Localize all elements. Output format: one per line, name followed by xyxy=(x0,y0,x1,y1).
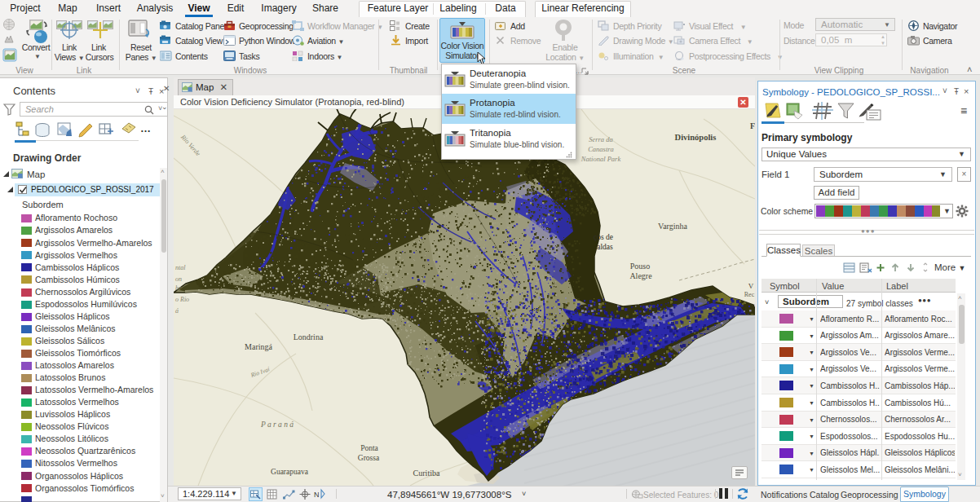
svg-text:Alegre: Alegre xyxy=(629,271,652,280)
svg-text:Londrina: Londrina xyxy=(294,332,324,341)
svg-text:aldas: aldas xyxy=(597,243,613,251)
svg-text:o Rio: o Rio xyxy=(175,296,189,303)
svg-text:Varginha: Varginha xyxy=(658,222,687,231)
svg-text:on: on xyxy=(175,275,182,283)
svg-text:Divinópolis: Divinópolis xyxy=(675,133,717,142)
svg-text:F: F xyxy=(750,121,755,130)
svg-text:National Park: National Park xyxy=(580,155,621,163)
svg-text:he: he xyxy=(175,284,182,292)
svg-text:ços de: ços de xyxy=(594,233,613,241)
svg-text:á: á xyxy=(175,307,179,315)
svg-text:Grossa: Grossa xyxy=(358,454,380,462)
svg-text:Maringá: Maringá xyxy=(245,342,272,351)
svg-text:Curitiba: Curitiba xyxy=(413,469,440,478)
svg-text:Guarapuava: Guarapuava xyxy=(271,468,309,476)
svg-text:Canastra: Canastra xyxy=(588,145,614,153)
svg-text:V: V xyxy=(748,282,754,290)
svg-text:Ponta: Ponta xyxy=(360,444,378,452)
svg-text:Rec: Rec xyxy=(744,291,755,298)
svg-text:N: N xyxy=(314,491,320,499)
svg-text:ntal: ntal xyxy=(175,264,186,271)
svg-text:Serra da: Serra da xyxy=(589,135,613,143)
svg-text:Pouso: Pouso xyxy=(630,262,650,271)
svg-text:P a r a n á: P a r a n á xyxy=(260,421,294,429)
